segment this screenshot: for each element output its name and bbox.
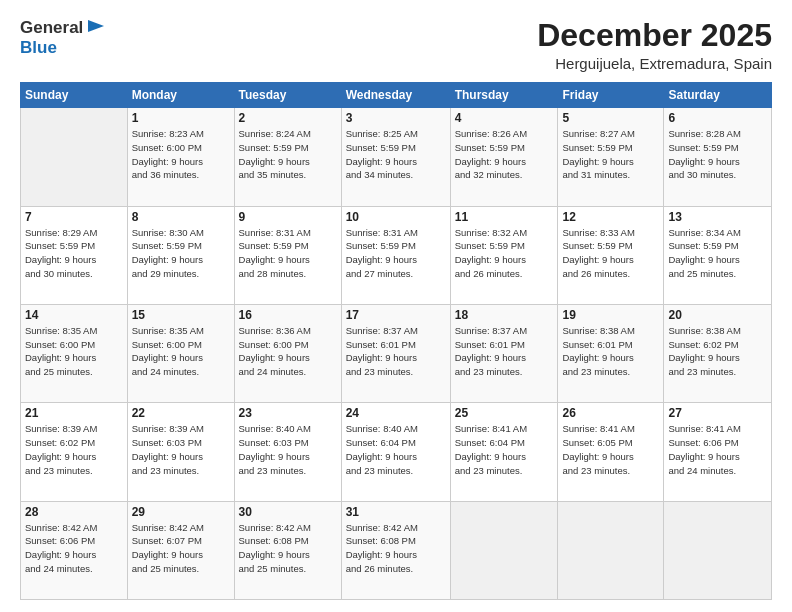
day-info: Sunrise: 8:29 AMSunset: 5:59 PMDaylight:… (25, 226, 123, 281)
day-info: Sunrise: 8:38 AMSunset: 6:01 PMDaylight:… (562, 324, 659, 379)
day-info: Sunrise: 8:27 AMSunset: 5:59 PMDaylight:… (562, 127, 659, 182)
day-number: 22 (132, 406, 230, 420)
day-info: Sunrise: 8:42 AMSunset: 6:08 PMDaylight:… (239, 521, 337, 576)
day-header-thursday: Thursday (450, 83, 558, 108)
day-info: Sunrise: 8:36 AMSunset: 6:00 PMDaylight:… (239, 324, 337, 379)
day-info: Sunrise: 8:41 AMSunset: 6:06 PMDaylight:… (668, 422, 767, 477)
day-info: Sunrise: 8:40 AMSunset: 6:03 PMDaylight:… (239, 422, 337, 477)
day-info: Sunrise: 8:31 AMSunset: 5:59 PMDaylight:… (346, 226, 446, 281)
calendar-week-row: 14Sunrise: 8:35 AMSunset: 6:00 PMDayligh… (21, 304, 772, 402)
calendar-cell: 31Sunrise: 8:42 AMSunset: 6:08 PMDayligh… (341, 501, 450, 599)
calendar-cell: 23Sunrise: 8:40 AMSunset: 6:03 PMDayligh… (234, 403, 341, 501)
day-info: Sunrise: 8:31 AMSunset: 5:59 PMDaylight:… (239, 226, 337, 281)
day-number: 9 (239, 210, 337, 224)
calendar-cell: 1Sunrise: 8:23 AMSunset: 6:00 PMDaylight… (127, 108, 234, 206)
day-number: 6 (668, 111, 767, 125)
calendar-cell: 27Sunrise: 8:41 AMSunset: 6:06 PMDayligh… (664, 403, 772, 501)
day-number: 12 (562, 210, 659, 224)
day-info: Sunrise: 8:42 AMSunset: 6:06 PMDaylight:… (25, 521, 123, 576)
calendar-week-row: 28Sunrise: 8:42 AMSunset: 6:06 PMDayligh… (21, 501, 772, 599)
day-info: Sunrise: 8:42 AMSunset: 6:08 PMDaylight:… (346, 521, 446, 576)
day-info: Sunrise: 8:28 AMSunset: 5:59 PMDaylight:… (668, 127, 767, 182)
day-number: 25 (455, 406, 554, 420)
day-header-monday: Monday (127, 83, 234, 108)
day-info: Sunrise: 8:37 AMSunset: 6:01 PMDaylight:… (346, 324, 446, 379)
calendar-cell: 15Sunrise: 8:35 AMSunset: 6:00 PMDayligh… (127, 304, 234, 402)
day-number: 3 (346, 111, 446, 125)
calendar-cell (21, 108, 128, 206)
day-info: Sunrise: 8:35 AMSunset: 6:00 PMDaylight:… (25, 324, 123, 379)
calendar-week-row: 1Sunrise: 8:23 AMSunset: 6:00 PMDaylight… (21, 108, 772, 206)
calendar-cell (558, 501, 664, 599)
calendar-cell (450, 501, 558, 599)
calendar-cell: 12Sunrise: 8:33 AMSunset: 5:59 PMDayligh… (558, 206, 664, 304)
calendar-cell (664, 501, 772, 599)
calendar-cell: 17Sunrise: 8:37 AMSunset: 6:01 PMDayligh… (341, 304, 450, 402)
calendar-cell: 10Sunrise: 8:31 AMSunset: 5:59 PMDayligh… (341, 206, 450, 304)
day-info: Sunrise: 8:23 AMSunset: 6:00 PMDaylight:… (132, 127, 230, 182)
day-number: 26 (562, 406, 659, 420)
header: General Blue December 2025 Herguijuela, … (20, 18, 772, 72)
day-number: 24 (346, 406, 446, 420)
calendar-cell: 8Sunrise: 8:30 AMSunset: 5:59 PMDaylight… (127, 206, 234, 304)
day-info: Sunrise: 8:24 AMSunset: 5:59 PMDaylight:… (239, 127, 337, 182)
calendar-cell: 21Sunrise: 8:39 AMSunset: 6:02 PMDayligh… (21, 403, 128, 501)
calendar-cell: 3Sunrise: 8:25 AMSunset: 5:59 PMDaylight… (341, 108, 450, 206)
day-number: 1 (132, 111, 230, 125)
calendar-cell: 13Sunrise: 8:34 AMSunset: 5:59 PMDayligh… (664, 206, 772, 304)
day-number: 31 (346, 505, 446, 519)
calendar-cell: 29Sunrise: 8:42 AMSunset: 6:07 PMDayligh… (127, 501, 234, 599)
day-info: Sunrise: 8:30 AMSunset: 5:59 PMDaylight:… (132, 226, 230, 281)
calendar-cell: 25Sunrise: 8:41 AMSunset: 6:04 PMDayligh… (450, 403, 558, 501)
day-number: 8 (132, 210, 230, 224)
day-info: Sunrise: 8:39 AMSunset: 6:03 PMDaylight:… (132, 422, 230, 477)
day-number: 16 (239, 308, 337, 322)
calendar-cell: 4Sunrise: 8:26 AMSunset: 5:59 PMDaylight… (450, 108, 558, 206)
day-number: 21 (25, 406, 123, 420)
calendar-cell: 2Sunrise: 8:24 AMSunset: 5:59 PMDaylight… (234, 108, 341, 206)
day-info: Sunrise: 8:38 AMSunset: 6:02 PMDaylight:… (668, 324, 767, 379)
day-header-wednesday: Wednesday (341, 83, 450, 108)
day-info: Sunrise: 8:34 AMSunset: 5:59 PMDaylight:… (668, 226, 767, 281)
day-info: Sunrise: 8:33 AMSunset: 5:59 PMDaylight:… (562, 226, 659, 281)
day-number: 23 (239, 406, 337, 420)
calendar-cell: 9Sunrise: 8:31 AMSunset: 5:59 PMDaylight… (234, 206, 341, 304)
day-info: Sunrise: 8:26 AMSunset: 5:59 PMDaylight:… (455, 127, 554, 182)
page: General Blue December 2025 Herguijuela, … (0, 0, 792, 612)
day-number: 19 (562, 308, 659, 322)
day-number: 10 (346, 210, 446, 224)
calendar-cell: 19Sunrise: 8:38 AMSunset: 6:01 PMDayligh… (558, 304, 664, 402)
calendar-cell: 5Sunrise: 8:27 AMSunset: 5:59 PMDaylight… (558, 108, 664, 206)
day-info: Sunrise: 8:37 AMSunset: 6:01 PMDaylight:… (455, 324, 554, 379)
calendar-cell: 20Sunrise: 8:38 AMSunset: 6:02 PMDayligh… (664, 304, 772, 402)
day-info: Sunrise: 8:35 AMSunset: 6:00 PMDaylight:… (132, 324, 230, 379)
day-info: Sunrise: 8:40 AMSunset: 6:04 PMDaylight:… (346, 422, 446, 477)
day-header-sunday: Sunday (21, 83, 128, 108)
day-number: 14 (25, 308, 123, 322)
day-header-tuesday: Tuesday (234, 83, 341, 108)
day-number: 15 (132, 308, 230, 322)
day-info: Sunrise: 8:41 AMSunset: 6:04 PMDaylight:… (455, 422, 554, 477)
day-info: Sunrise: 8:39 AMSunset: 6:02 PMDaylight:… (25, 422, 123, 477)
calendar-cell: 14Sunrise: 8:35 AMSunset: 6:00 PMDayligh… (21, 304, 128, 402)
blue-flag-icon (86, 18, 106, 38)
day-info: Sunrise: 8:42 AMSunset: 6:07 PMDaylight:… (132, 521, 230, 576)
day-number: 28 (25, 505, 123, 519)
calendar-cell: 16Sunrise: 8:36 AMSunset: 6:00 PMDayligh… (234, 304, 341, 402)
calendar-cell: 24Sunrise: 8:40 AMSunset: 6:04 PMDayligh… (341, 403, 450, 501)
calendar-cell: 6Sunrise: 8:28 AMSunset: 5:59 PMDaylight… (664, 108, 772, 206)
day-number: 17 (346, 308, 446, 322)
day-number: 29 (132, 505, 230, 519)
day-info: Sunrise: 8:41 AMSunset: 6:05 PMDaylight:… (562, 422, 659, 477)
calendar-cell: 7Sunrise: 8:29 AMSunset: 5:59 PMDaylight… (21, 206, 128, 304)
day-number: 13 (668, 210, 767, 224)
day-number: 18 (455, 308, 554, 322)
day-number: 2 (239, 111, 337, 125)
calendar-cell: 11Sunrise: 8:32 AMSunset: 5:59 PMDayligh… (450, 206, 558, 304)
day-number: 11 (455, 210, 554, 224)
day-number: 20 (668, 308, 767, 322)
calendar-cell: 28Sunrise: 8:42 AMSunset: 6:06 PMDayligh… (21, 501, 128, 599)
calendar-cell: 26Sunrise: 8:41 AMSunset: 6:05 PMDayligh… (558, 403, 664, 501)
calendar-week-row: 21Sunrise: 8:39 AMSunset: 6:02 PMDayligh… (21, 403, 772, 501)
day-number: 30 (239, 505, 337, 519)
